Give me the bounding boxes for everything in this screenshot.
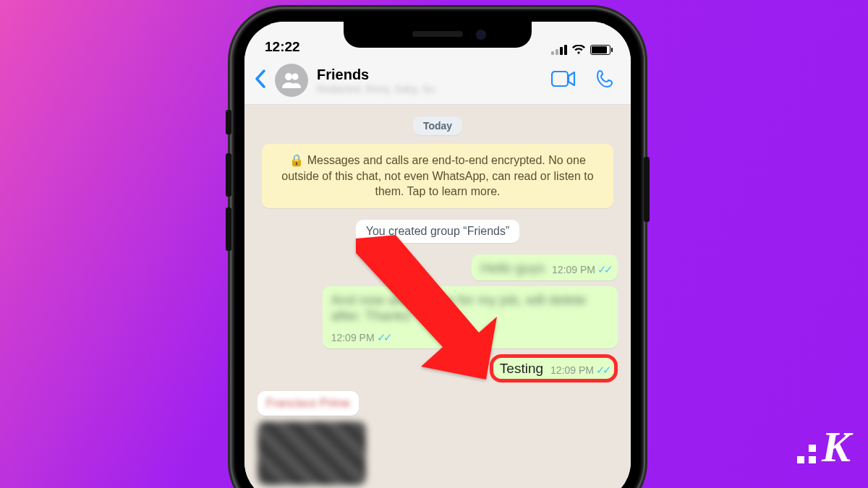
encryption-notice[interactable]: 🔒 Messages and calls are end-to-end encr… (262, 144, 613, 208)
message-row: And now am waiting for my job, will dele… (258, 286, 618, 348)
system-message: You created group “Friends” (356, 220, 520, 243)
battery-icon (590, 45, 610, 55)
message-time: 12:09 PM✓✓ (550, 364, 609, 377)
phone-icon (596, 69, 615, 88)
brand-logo: K (797, 422, 851, 472)
message-row: Francisco Prime (258, 391, 618, 416)
read-receipt-icon: ✓✓ (377, 331, 390, 343)
chat-title: Friends (317, 67, 537, 83)
phone-frame: 12:22 Friends Redacted, Rony, Saby, Su (231, 9, 644, 488)
video-icon (551, 71, 576, 87)
message-text: And now am waiting for my job, will dele… (331, 292, 610, 324)
outgoing-message-highlighted[interactable]: Testing 12:09 PM✓✓ (490, 354, 618, 382)
cellular-signal-icon (551, 45, 567, 55)
volume-up-button (226, 153, 231, 197)
video-call-button[interactable] (545, 67, 582, 94)
message-row: Testing 12:09 PM✓✓ (258, 354, 618, 382)
logo-dots-icon (797, 445, 816, 463)
chat-subtitle: Redacted, Rony, Saby, Su (317, 83, 537, 95)
svg-rect-2 (552, 72, 568, 86)
message-time: 12:09 PM✓✓ (552, 263, 610, 276)
power-button (644, 157, 650, 222)
encryption-text: Messages and calls are end-to-end encryp… (281, 154, 593, 197)
group-icon (281, 70, 302, 90)
phone-screen: 12:22 Friends Redacted, Rony, Saby, Su (244, 22, 631, 488)
read-receipt-icon: ✓✓ (596, 364, 609, 376)
message-time: 12:09 PM✓✓ (331, 331, 390, 344)
svg-point-0 (285, 73, 292, 80)
message-text: Testing (500, 361, 543, 377)
day-separator: Today (413, 116, 462, 135)
outgoing-message[interactable]: And now am waiting for my job, will dele… (323, 286, 618, 348)
read-receipt-icon: ✓✓ (597, 263, 610, 275)
svg-point-1 (292, 74, 299, 80)
status-time: 12:22 (265, 39, 300, 55)
incoming-image-attachment[interactable] (258, 421, 366, 485)
message-row: Hello guys 12:09 PM✓✓ (258, 254, 618, 281)
chat-header: Friends Redacted, Rony, Saby, Su (244, 59, 631, 105)
back-button[interactable] (255, 69, 266, 92)
mute-switch (226, 110, 231, 134)
incoming-message[interactable]: Francisco Prime (258, 391, 359, 416)
volume-down-button (226, 207, 231, 251)
wifi-icon (571, 45, 586, 55)
chat-body[interactable]: Today 🔒 Messages and calls are end-to-en… (244, 105, 631, 488)
group-avatar[interactable] (275, 64, 308, 97)
message-text: Hello guys (480, 260, 545, 276)
sender-name: Francisco Prime (266, 397, 350, 410)
chat-title-block[interactable]: Friends Redacted, Rony, Saby, Su (317, 67, 537, 95)
voice-call-button[interactable] (590, 65, 621, 95)
logo-letter: K (822, 422, 851, 472)
outgoing-message[interactable]: Hello guys 12:09 PM✓✓ (472, 254, 618, 281)
lock-icon: 🔒 (289, 154, 304, 166)
phone-notch (344, 22, 532, 48)
